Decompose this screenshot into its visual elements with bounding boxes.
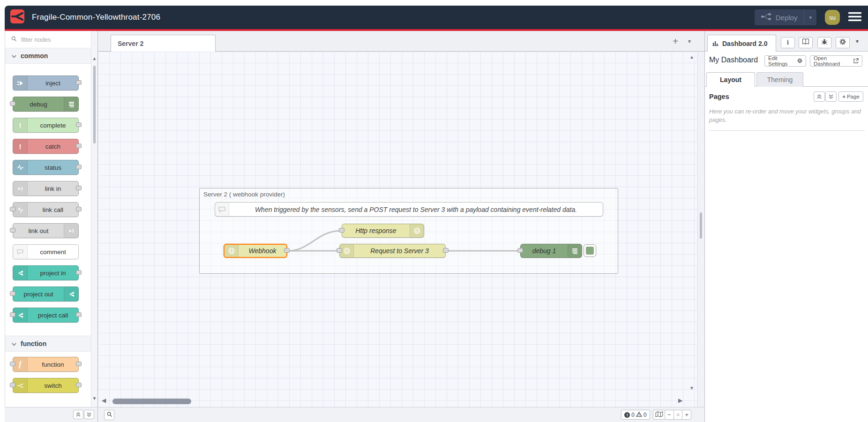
output-port[interactable] bbox=[76, 80, 82, 85]
debug-tab-button[interactable] bbox=[817, 37, 831, 48]
search-flows-button[interactable] bbox=[104, 410, 114, 420]
scroll-down-icon[interactable]: ▼ bbox=[91, 395, 97, 402]
flow-canvas[interactable]: Server 2 ( webhook provider) When trigge… bbox=[98, 52, 704, 407]
scroll-left-icon[interactable]: ◀ bbox=[102, 397, 106, 404]
output-port[interactable] bbox=[76, 207, 82, 211]
canvas-hscroll-thumb[interactable] bbox=[112, 399, 191, 404]
open-dashboard-button[interactable]: Open Dashboard bbox=[810, 55, 862, 67]
sidebar-tab-dashboard[interactable]: Dashboard 2.0 bbox=[707, 35, 776, 52]
palette-category-function[interactable]: function bbox=[5, 336, 97, 352]
palette-category-common[interactable]: common bbox=[5, 48, 97, 64]
sidebar-tabs-caret-icon[interactable]: ▾ bbox=[856, 38, 859, 45]
output-port[interactable] bbox=[76, 270, 82, 275]
edit-settings-button[interactable]: Edit Settings bbox=[764, 55, 806, 67]
input-port[interactable] bbox=[337, 248, 342, 253]
palette-node-link-in[interactable]: link in bbox=[13, 181, 79, 196]
node-debug-1[interactable]: debug 1 bbox=[520, 244, 582, 258]
input-port[interactable] bbox=[339, 228, 344, 233]
output-port[interactable] bbox=[76, 122, 82, 127]
palette-filter[interactable] bbox=[5, 31, 97, 48]
node-http-response[interactable]: Http response bbox=[342, 224, 424, 238]
flow-list-caret-icon[interactable]: ▾ bbox=[684, 35, 695, 48]
output-port[interactable] bbox=[284, 248, 290, 253]
canvas-vertical-scrollbar[interactable] bbox=[697, 52, 704, 407]
search-icon bbox=[11, 35, 17, 44]
palette-node-complete[interactable]: ! complete bbox=[13, 118, 79, 133]
input-port[interactable] bbox=[10, 291, 15, 296]
expand-pages-button[interactable] bbox=[825, 91, 837, 102]
section-divider bbox=[709, 130, 865, 131]
input-port[interactable] bbox=[517, 248, 523, 253]
deploy-button[interactable]: Deploy ▾ bbox=[755, 9, 816, 25]
collapse-categories-button[interactable] bbox=[73, 410, 83, 419]
input-port[interactable] bbox=[10, 312, 15, 317]
sidebar-tab-bar: Dashboard 2.0 i ▾ bbox=[705, 31, 868, 52]
palette-node-link-out[interactable]: link out bbox=[13, 223, 79, 238]
palette-scrollbar[interactable]: ▲ ▼ bbox=[91, 31, 97, 407]
main-menu-hamburger-icon[interactable] bbox=[848, 12, 861, 23]
warning-triangle-icon bbox=[636, 412, 642, 418]
tab-theming[interactable]: Theming bbox=[756, 72, 803, 87]
output-port[interactable] bbox=[76, 362, 82, 366]
category-label: common bbox=[21, 52, 48, 60]
config-nodes-tab-button[interactable] bbox=[836, 37, 850, 48]
scroll-up-icon[interactable]: ▲ bbox=[689, 54, 694, 60]
zoom-in-button[interactable]: + bbox=[682, 410, 691, 419]
output-port[interactable] bbox=[76, 312, 82, 317]
user-avatar[interactable]: su bbox=[825, 10, 840, 25]
palette-scrollbar-thumb[interactable] bbox=[93, 66, 96, 143]
input-port[interactable] bbox=[10, 207, 15, 211]
zoom-reset-button[interactable]: ○ bbox=[673, 410, 683, 419]
palette-node-inject[interactable]: inject bbox=[13, 75, 79, 90]
node-request-to-server-3[interactable]: Request to Server 3 bbox=[339, 244, 446, 258]
palette-node-debug[interactable]: debug bbox=[13, 97, 79, 112]
link-arrow-icon bbox=[13, 181, 28, 196]
palette-node-switch[interactable]: switch bbox=[13, 378, 79, 393]
collapse-pages-button[interactable] bbox=[814, 91, 825, 102]
deploy-options-caret-icon[interactable]: ▾ bbox=[804, 9, 816, 25]
input-port[interactable] bbox=[10, 101, 15, 106]
comment-node[interactable]: When triggered by the sensors, send a PO… bbox=[215, 202, 603, 217]
right-sidebar: Dashboard 2.0 i ▾ My Dashboard Edit Sett… bbox=[704, 31, 868, 422]
flowfuse-project-icon bbox=[13, 266, 28, 280]
palette-node-function[interactable]: f function bbox=[13, 357, 79, 372]
add-flow-button[interactable]: + bbox=[669, 35, 682, 48]
tab-layout[interactable]: Layout bbox=[706, 72, 755, 87]
palette-filter-input[interactable] bbox=[20, 36, 78, 44]
output-port[interactable] bbox=[76, 186, 82, 190]
palette-node-status[interactable]: status bbox=[13, 160, 79, 175]
search-icon bbox=[106, 411, 112, 419]
scroll-down-icon[interactable]: ▼ bbox=[689, 385, 694, 391]
canvas-vscroll-thumb[interactable] bbox=[700, 212, 702, 239]
scroll-right-icon[interactable]: ▶ bbox=[678, 397, 682, 404]
error-count: 0 bbox=[631, 412, 635, 418]
output-port[interactable] bbox=[76, 143, 82, 148]
gear-icon bbox=[839, 38, 846, 47]
scroll-up-icon[interactable]: ▲ bbox=[91, 55, 97, 62]
zoom-out-button[interactable]: − bbox=[665, 410, 673, 419]
debug-enable-toggle[interactable] bbox=[584, 244, 596, 257]
add-page-button[interactable]: + Page bbox=[838, 91, 863, 102]
help-tab-button[interactable] bbox=[799, 37, 813, 48]
palette-node-project-call[interactable]: project call bbox=[13, 308, 79, 323]
palette-node-catch[interactable]: ! catch bbox=[13, 139, 79, 154]
palette-node-project-in[interactable]: project in bbox=[13, 265, 79, 280]
input-port[interactable] bbox=[10, 228, 15, 233]
info-tab-button[interactable]: i bbox=[781, 37, 795, 48]
input-port[interactable] bbox=[10, 362, 15, 366]
palette-node-comment[interactable]: comment bbox=[13, 244, 79, 259]
flow-tab-server-2[interactable]: Server 2 bbox=[111, 35, 216, 52]
palette-node-project-out[interactable]: project out bbox=[13, 286, 79, 301]
output-port[interactable] bbox=[443, 248, 449, 253]
chevron-down-icon bbox=[12, 340, 16, 347]
notification-counts[interactable]: ! 0 0 bbox=[621, 410, 650, 420]
node-webhook[interactable]: Webhook bbox=[224, 244, 287, 258]
navigator-map-button[interactable] bbox=[653, 410, 665, 420]
input-port[interactable] bbox=[10, 383, 15, 387]
output-port[interactable] bbox=[76, 165, 82, 169]
expand-categories-button[interactable] bbox=[84, 410, 94, 419]
palette-node-link-call[interactable]: link call bbox=[13, 202, 79, 217]
debug-list-icon bbox=[568, 244, 582, 257]
link-arrow-icon bbox=[64, 224, 78, 238]
output-port[interactable] bbox=[76, 383, 82, 387]
